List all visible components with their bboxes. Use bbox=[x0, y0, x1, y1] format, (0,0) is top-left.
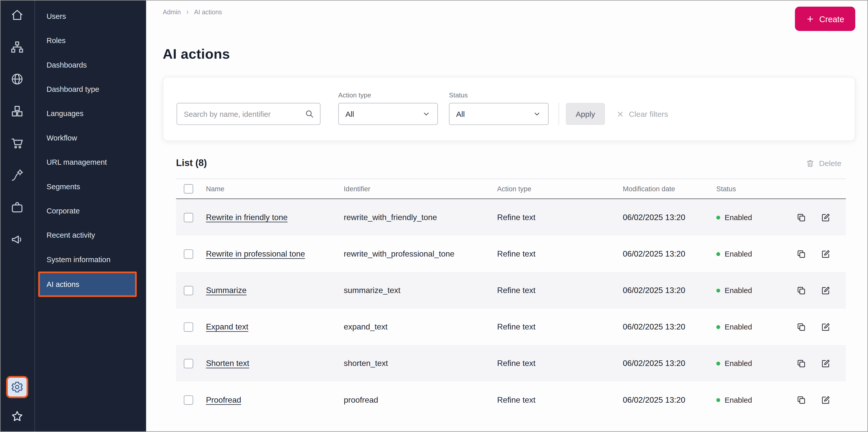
table-row: Rewrite in professional tone rewrite_wit… bbox=[176, 236, 846, 272]
sidebar-item-label: Corporate bbox=[46, 206, 80, 215]
row-name-link[interactable]: Proofread bbox=[206, 395, 344, 404]
edit-icon[interactable] bbox=[820, 248, 832, 259]
icon-rail bbox=[0, 0, 35, 432]
sidebar-item-system-information[interactable]: System information bbox=[35, 247, 146, 271]
column-header-status: Status bbox=[716, 185, 786, 193]
hierarchy-icon[interactable] bbox=[10, 40, 24, 54]
breadcrumb-admin[interactable]: Admin bbox=[163, 9, 181, 15]
breadcrumb-ai-actions[interactable]: AI actions bbox=[194, 9, 222, 15]
delete-button[interactable]: Delete bbox=[802, 158, 846, 168]
chevron-right-icon bbox=[185, 9, 190, 15]
status-badge: Enabled bbox=[716, 213, 786, 222]
row-checkbox[interactable] bbox=[184, 395, 193, 404]
rail-bottom bbox=[6, 376, 28, 423]
copy-icon[interactable] bbox=[796, 248, 807, 259]
briefcase-icon[interactable] bbox=[10, 200, 24, 214]
sidebar-item-roles[interactable]: Roles bbox=[35, 28, 146, 53]
edit-icon[interactable] bbox=[820, 358, 832, 369]
copy-icon[interactable] bbox=[796, 285, 807, 296]
action-type-select[interactable]: All bbox=[338, 103, 438, 125]
topbar: Admin AI actions Create bbox=[163, 0, 855, 31]
status-dot bbox=[716, 398, 720, 402]
status-badge: Enabled bbox=[716, 396, 786, 404]
row-identifier: summarize_text bbox=[344, 286, 497, 295]
edit-icon[interactable] bbox=[820, 285, 832, 296]
status-dot bbox=[716, 215, 720, 219]
row-action-type: Refine text bbox=[497, 286, 623, 295]
row-action-type: Refine text bbox=[497, 395, 623, 404]
sidebar-item-recent-activity[interactable]: Recent activity bbox=[35, 223, 146, 247]
sidebar-item-url-management[interactable]: URL management bbox=[35, 150, 146, 174]
row-checkbox[interactable] bbox=[184, 322, 193, 332]
row-actions bbox=[786, 321, 846, 332]
sidebar-item-users[interactable]: Users bbox=[35, 4, 146, 28]
sidebar-item-label: Segments bbox=[46, 182, 80, 191]
copy-icon[interactable] bbox=[796, 358, 807, 369]
row-name-link[interactable]: Rewrite in professional tone bbox=[206, 250, 344, 258]
action-type-value: All bbox=[345, 109, 354, 118]
breadcrumb: Admin AI actions bbox=[163, 7, 222, 15]
status-text: Enabled bbox=[724, 323, 752, 331]
edit-icon[interactable] bbox=[820, 394, 832, 405]
row-actions bbox=[786, 394, 846, 405]
row-checkbox[interactable] bbox=[184, 249, 193, 259]
star-icon[interactable] bbox=[10, 409, 24, 424]
row-name-link[interactable]: Rewrite in friendly tone bbox=[206, 213, 344, 222]
row-checkbox[interactable] bbox=[184, 213, 193, 222]
filter-divider bbox=[559, 103, 559, 125]
home-icon[interactable] bbox=[10, 8, 24, 22]
table-row: Summarize summarize_text Refine text 06/… bbox=[176, 272, 846, 308]
settings-gear-icon[interactable] bbox=[6, 376, 28, 398]
status-text: Enabled bbox=[724, 396, 752, 404]
app-window: Users Roles Dashboards Dashboard type La… bbox=[0, 0, 868, 432]
sidebar-item-label: Users bbox=[46, 12, 66, 21]
modules-icon[interactable] bbox=[10, 104, 24, 118]
row-name-link[interactable]: Summarize bbox=[206, 286, 344, 295]
row-modification-date: 06/02/2025 13:20 bbox=[623, 286, 716, 295]
table-row: Proofread proofread Refine text 06/02/20… bbox=[176, 381, 846, 418]
sidebar-item-dashboards[interactable]: Dashboards bbox=[35, 53, 146, 77]
edit-icon[interactable] bbox=[820, 212, 832, 223]
status-text: Enabled bbox=[724, 250, 752, 258]
row-identifier: shorten_text bbox=[344, 359, 497, 368]
table-row: Shorten text shorten_text Refine text 06… bbox=[176, 345, 846, 381]
row-name-link[interactable]: Expand text bbox=[206, 322, 344, 331]
table-row: Rewrite in friendly tone rewrite_with_fr… bbox=[176, 199, 846, 236]
sidebar-item-corporate[interactable]: Corporate bbox=[35, 198, 146, 223]
automation-icon[interactable] bbox=[10, 168, 24, 182]
row-checkbox[interactable] bbox=[184, 286, 193, 295]
select-all-checkbox[interactable] bbox=[184, 184, 193, 194]
apply-button[interactable]: Apply bbox=[566, 103, 605, 125]
copy-icon[interactable] bbox=[796, 212, 807, 223]
clear-filters-button[interactable]: Clear filters bbox=[613, 103, 671, 125]
table-header-row: Name Identifier Action type Modification… bbox=[176, 179, 846, 199]
status-badge: Enabled bbox=[716, 323, 786, 331]
ai-actions-table: Name Identifier Action type Modification… bbox=[176, 178, 846, 418]
sidebar-item-languages[interactable]: Languages bbox=[35, 101, 146, 126]
admin-sidebar: Users Roles Dashboards Dashboard type La… bbox=[35, 0, 146, 432]
sidebar-item-label: Languages bbox=[46, 109, 84, 118]
row-name-link[interactable]: Shorten text bbox=[206, 359, 344, 368]
status-select[interactable]: All bbox=[449, 103, 549, 125]
create-button[interactable]: Create bbox=[795, 7, 855, 31]
row-checkbox[interactable] bbox=[184, 359, 193, 368]
row-modification-date: 06/02/2025 13:20 bbox=[623, 213, 716, 222]
sidebar-item-dashboard-type[interactable]: Dashboard type bbox=[35, 77, 146, 101]
sidebar-item-segments[interactable]: Segments bbox=[35, 174, 146, 198]
search-icon[interactable] bbox=[305, 109, 314, 119]
table-row: Expand text expand_text Refine text 06/0… bbox=[176, 308, 846, 345]
status-dot bbox=[716, 361, 720, 365]
status-value: All bbox=[456, 109, 465, 118]
globe-icon[interactable] bbox=[10, 72, 24, 86]
screen: Users Roles Dashboards Dashboard type La… bbox=[0, 0, 868, 432]
copy-icon[interactable] bbox=[796, 321, 807, 332]
search-input[interactable] bbox=[177, 103, 321, 125]
copy-icon[interactable] bbox=[796, 394, 807, 405]
create-button-label: Create bbox=[819, 14, 844, 24]
table-body: Rewrite in friendly tone rewrite_with_fr… bbox=[176, 199, 846, 418]
megaphone-icon[interactable] bbox=[10, 232, 24, 246]
sidebar-item-ai-actions[interactable]: AI actions bbox=[38, 272, 137, 297]
sidebar-item-workflow[interactable]: Workflow bbox=[35, 126, 146, 150]
edit-icon[interactable] bbox=[820, 321, 832, 332]
cart-icon[interactable] bbox=[10, 136, 24, 150]
